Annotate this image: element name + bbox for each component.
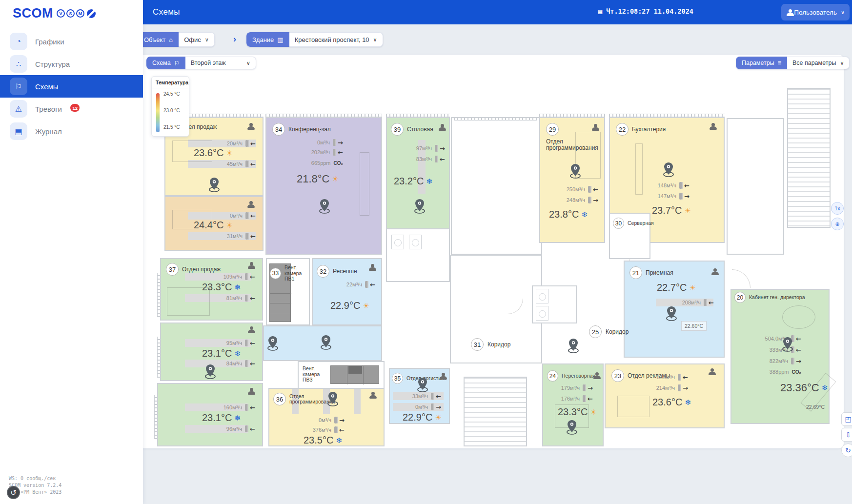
user-icon bbox=[786, 9, 790, 16]
sensor-pin[interactable] bbox=[318, 334, 334, 350]
sidebar-item-charts[interactable]: ◔ Графики bbox=[0, 30, 143, 53]
furniture bbox=[172, 210, 212, 229]
occupancy-icon bbox=[247, 388, 255, 395]
room-23-advertising[interactable]: 23 Отдел рекламы 122м³/ч← 214м³/ч→ 23.6°… bbox=[605, 363, 725, 428]
room-sales-dept-annex[interactable]: 0м³/ч← 24.4°C☀ 31м³/ч← bbox=[164, 196, 264, 251]
sidebar-item-journal[interactable]: ▤ Журнал bbox=[0, 120, 143, 142]
sensor-pin[interactable] bbox=[564, 419, 580, 435]
room-36-programming[interactable]: 36 Отдел программирования 0м³/ч→ 376м³/ч… bbox=[268, 388, 385, 446]
room-name: Вент. камера ПВЗ bbox=[303, 366, 330, 383]
sensor-pin[interactable] bbox=[415, 377, 430, 392]
sensor-pin[interactable] bbox=[568, 163, 583, 179]
room-34-conference-hall[interactable]: 34 Конференц-зал 0м³/ч→ 202м³/ч← 665ppmC… bbox=[265, 117, 382, 255]
occupancy-icon bbox=[247, 201, 255, 208]
flow-in-arrow: ← bbox=[588, 395, 593, 403]
snowflake-icon: ❄ bbox=[685, 398, 691, 407]
sidebar-item-structure[interactable]: ∴ Структура bbox=[0, 53, 143, 75]
vent-icon bbox=[431, 393, 434, 400]
corridor-25[interactable]: 25 Коридор bbox=[589, 325, 629, 338]
sidebar: SCOM V S M ◔ Графики ∴ Структура ⚐ Схемы… bbox=[0, 0, 143, 504]
sun-icon: ☀ bbox=[226, 149, 232, 158]
home-icon: ⌂ bbox=[169, 36, 173, 43]
airflow-value: 208м³/ч← bbox=[682, 299, 714, 306]
room-35-logistics[interactable]: 35 Отдел логистики 33м³/ч← 0м³/ч→ 22.9°C… bbox=[389, 368, 450, 424]
room-number: 21 bbox=[629, 266, 642, 279]
sensor-pin[interactable] bbox=[664, 305, 679, 321]
vent-icon bbox=[678, 384, 681, 391]
reception-hall-strip[interactable] bbox=[263, 325, 382, 361]
flow-out-arrow: → bbox=[440, 145, 445, 152]
sensor-pin[interactable] bbox=[566, 338, 581, 353]
fullscreen-button[interactable]: ◰ bbox=[841, 412, 852, 426]
room-20-director-office[interactable]: 20 Кабинет ген. директора 504.0м³/ч← 333… bbox=[730, 289, 830, 424]
airflow-value: 250м³/ч← bbox=[567, 185, 598, 193]
vent-icon bbox=[245, 340, 248, 346]
wc-area-2 bbox=[532, 285, 577, 323]
sensor-pin[interactable] bbox=[206, 177, 222, 192]
sensor-pin[interactable] bbox=[203, 363, 218, 379]
room-33-vent-chamber[interactable]: 33 Вент. камера ПВ1 bbox=[266, 258, 310, 325]
flow-in-arrow: ← bbox=[683, 374, 688, 381]
sensor-pin[interactable] bbox=[412, 198, 427, 214]
room-39-dining[interactable]: 39 Столовая 97м³/ч→ 83м³/ч← 23.2°C❄ bbox=[386, 117, 450, 229]
room-21-anteroom[interactable]: 21 Приемная 22.7°C☀ 208м³/ч← 22.60°C bbox=[624, 261, 725, 358]
flow-out-arrow: → bbox=[588, 384, 593, 392]
params-select[interactable]: Все параметры∨ bbox=[787, 57, 850, 69]
occupancy-icon bbox=[247, 262, 255, 269]
sensor-pin[interactable] bbox=[661, 161, 676, 177]
flow-in-arrow: ← bbox=[250, 273, 255, 281]
occupancy-icon bbox=[247, 123, 255, 130]
corridor-31[interactable]: 31 Коридор bbox=[471, 338, 510, 351]
snowflake-icon: ❄ bbox=[234, 283, 241, 292]
flow-in-arrow: ← bbox=[250, 140, 256, 147]
refresh-button[interactable]: ↻ bbox=[841, 444, 852, 457]
sidebar-menu: ◔ Графики ∴ Структура ⚐ Схемы ⚠ Тревоги … bbox=[0, 30, 143, 142]
ahu-equipment bbox=[330, 365, 379, 384]
room-37-sales-2[interactable]: 95м³/ч← 23.1°C❄ 84м³/ч← bbox=[160, 323, 263, 381]
user-menu-button[interactable]: Пользователь ∨ bbox=[781, 4, 850, 20]
flow-in-arrow: ← bbox=[250, 404, 255, 411]
vent-icon bbox=[333, 139, 336, 146]
co2-unit: CO₂ bbox=[334, 161, 343, 166]
room-24-meeting[interactable]: 24 Переговорная 179м³/ч→ 176м³/ч← 23.3°C… bbox=[542, 363, 604, 446]
sensor-pin[interactable] bbox=[317, 198, 332, 214]
sensor-pin[interactable] bbox=[265, 335, 281, 351]
occupancy-icon bbox=[709, 123, 717, 130]
airflow-value: 95м³/ч← bbox=[226, 339, 255, 347]
wall-hatch bbox=[609, 114, 725, 117]
download-icon: ⇩ bbox=[845, 431, 851, 439]
room-29-programming[interactable]: 29 Отдел программирования 250м³/ч← 248м³… bbox=[539, 117, 605, 243]
room-37-sales[interactable]: 37 Отдел продаж 109м³/ч← 23.3°C❄ 81м³/ч← bbox=[160, 258, 263, 321]
building-select[interactable]: Крестовский проспект, 10∨ bbox=[289, 32, 383, 47]
sun-icon: ☀ bbox=[684, 206, 690, 215]
fullscreen-icon: ◰ bbox=[845, 415, 851, 423]
airflow-value: 179м³/ч→ bbox=[561, 384, 593, 392]
room-name: Столовая bbox=[407, 126, 433, 133]
furniture bbox=[782, 305, 815, 329]
flow-in-arrow: ← bbox=[250, 425, 255, 433]
co2-value: 665ppmCO₂ bbox=[311, 159, 343, 167]
schema-select[interactable]: Второй этаж∨ bbox=[185, 57, 256, 69]
logo-badge-m: M bbox=[76, 9, 84, 18]
room-30-server[interactable]: 30 Серверная bbox=[609, 213, 650, 259]
sensor-pin[interactable] bbox=[780, 336, 795, 352]
params-filter: Параметры≡ Все параметры∨ bbox=[736, 57, 850, 69]
flow-out-arrow: → bbox=[593, 197, 598, 204]
furniture bbox=[617, 396, 649, 417]
room-37-sales-3[interactable]: 160м³/ч← 23.1°C❄ 96м³/ч← bbox=[157, 383, 263, 446]
zoom-reset-button[interactable]: 1x bbox=[831, 202, 844, 215]
wall-hatch bbox=[154, 395, 158, 439]
flow-out-arrow: → bbox=[436, 403, 441, 411]
export-button[interactable]: ⇩ bbox=[841, 428, 852, 442]
room-32-reception[interactable]: 32 Ресепшн 22м³/ч← 22.9°C☀ bbox=[312, 258, 382, 325]
object-select[interactable]: Офис∨ bbox=[179, 32, 215, 47]
undo-button[interactable]: ↺ bbox=[7, 486, 20, 499]
vent-icon bbox=[245, 233, 249, 240]
furniture bbox=[172, 141, 212, 162]
center-view-button[interactable]: ⊕ bbox=[831, 218, 844, 230]
vent-chamber-pv3[interactable]: Вент. камера ПВЗ bbox=[298, 361, 385, 389]
sidebar-item-alarms[interactable]: ⚠ Тревоги 12 bbox=[0, 98, 143, 120]
sidebar-item-schemas[interactable]: ⚐ Схемы bbox=[0, 75, 143, 98]
sensor-pin[interactable] bbox=[325, 391, 341, 406]
airflow-value: 214м³/ч→ bbox=[656, 384, 688, 392]
